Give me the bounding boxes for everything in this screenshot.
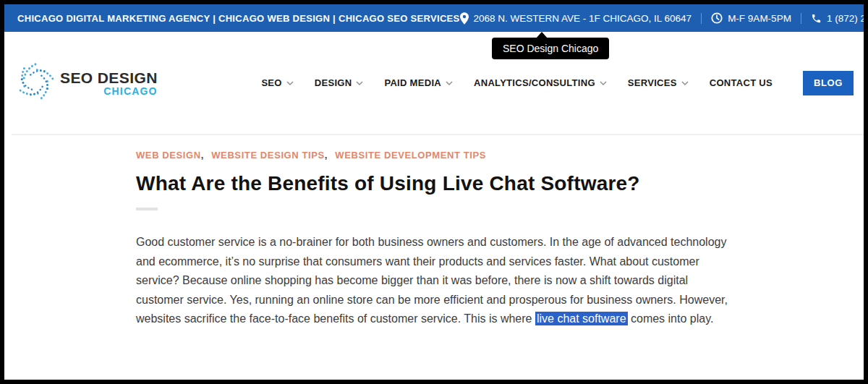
article-paragraph: Good customer service is a no-brainer fo… — [136, 233, 736, 329]
nav-label: PAID MEDIA — [384, 77, 441, 88]
hours-text: M-F 9AM-5PM — [728, 13, 791, 24]
nav-item-analytics-consulting[interactable]: ANALYTICS/CONSULTING — [474, 77, 607, 88]
topbar-headline: CHICAGO DIGITAL MARKETING AGENCY | CHICA… — [17, 13, 460, 24]
clock-icon — [711, 12, 723, 24]
topbar-divider — [701, 13, 702, 24]
nav-item-contact-us[interactable]: CONTACT US — [710, 77, 773, 88]
category-separator: , — [325, 150, 328, 161]
chevron-down-icon — [681, 81, 689, 85]
phone-group[interactable]: 1 (872) 213-7314 — [811, 13, 868, 24]
page: CHICAGO DIGITAL MARKETING AGENCY | CHICA… — [0, 0, 868, 384]
top-info-bar: CHICAGO DIGITAL MARKETING AGENCY | CHICA… — [4, 4, 864, 32]
tooltip: SEO Design Chicago — [492, 38, 609, 59]
topbar-divider — [801, 13, 801, 24]
paragraph-text: comes into play. — [628, 312, 714, 325]
nav-label: CONTACT US — [710, 77, 773, 88]
phone-text: 1 (872) 213-7314 — [827, 13, 868, 24]
category-link-website-development-tips[interactable]: WEBSITE DEVELOPMENT TIPS — [335, 150, 486, 161]
nav-item-paid-media[interactable]: PAID MEDIA — [384, 77, 453, 88]
nav-label: SEO — [261, 77, 281, 88]
category-separator: , — [201, 150, 204, 161]
title-underline-dash — [136, 208, 158, 210]
chevron-down-icon — [600, 81, 607, 85]
article: WEB DESIGN, WEBSITE DESIGN TIPS, WEBSITE… — [4, 135, 864, 329]
nav-label: DESIGN — [315, 77, 352, 88]
phone-icon — [811, 13, 822, 24]
blog-button[interactable]: BLOG — [803, 71, 854, 95]
site-logo[interactable]: SEO DESIGN CHICAGO — [14, 61, 158, 106]
nav-label: ANALYTICS/CONSULTING — [474, 77, 595, 88]
nav-item-services[interactable]: SERVICES — [628, 77, 689, 88]
nav-item-design[interactable]: DESIGN — [315, 77, 364, 88]
live-chat-software-link[interactable]: live chat software — [535, 312, 628, 325]
category-link-website-design-tips[interactable]: WEBSITE DESIGN TIPS — [211, 150, 325, 161]
category-link-web-design[interactable]: WEB DESIGN — [136, 150, 201, 161]
nav-label: SERVICES — [628, 77, 677, 88]
address-group: 2068 N. WESTERN AVE - 1F CHICAGO, IL 606… — [460, 12, 692, 25]
main-nav: SEO DESIGN PAID MEDIA ANALYTICS/CONSULTI… — [261, 77, 773, 88]
logo-text: SEO DESIGN CHICAGO — [60, 70, 158, 96]
chevron-down-icon — [356, 81, 363, 85]
logo-name: SEO DESIGN — [60, 70, 158, 86]
paragraph-text: Good customer service is a no-brainer fo… — [136, 236, 728, 325]
page-title: What Are the Benefits of Using Live Chat… — [136, 172, 864, 195]
logo-swirl-icon — [14, 61, 56, 106]
chevron-down-icon — [286, 81, 294, 85]
hours-group: M-F 9AM-5PM — [711, 12, 791, 24]
site-header: SEO DESIGN CHICAGO SEO DESIGN PAID MEDIA… — [4, 32, 864, 134]
chevron-down-icon — [446, 81, 453, 85]
category-links: WEB DESIGN, WEBSITE DESIGN TIPS, WEBSITE… — [136, 150, 864, 161]
tooltip-text: SEO Design Chicago — [503, 43, 598, 54]
logo-city: CHICAGO — [60, 86, 158, 96]
location-pin-icon — [460, 12, 469, 25]
topbar-contact-info: 2068 N. WESTERN AVE - 1F CHICAGO, IL 606… — [460, 12, 868, 25]
address-text: 2068 N. WESTERN AVE - 1F CHICAGO, IL 606… — [474, 13, 692, 24]
nav-item-seo[interactable]: SEO — [261, 77, 293, 88]
